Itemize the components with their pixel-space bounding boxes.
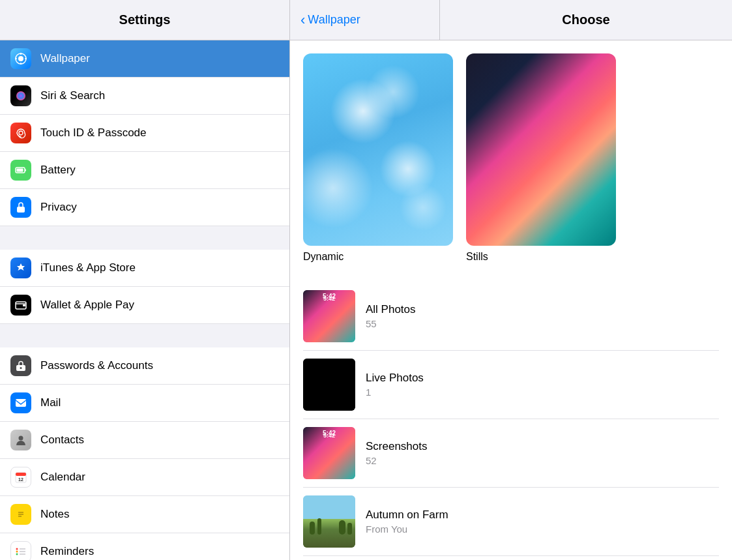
svg-point-7: [19, 131, 23, 135]
header: Settings ‹ Wallpaper Choose: [0, 0, 732, 40]
siri-icon: [10, 85, 31, 106]
sidebar-item-label-appstore: iTunes & App Store: [40, 261, 136, 274]
svg-rect-20: [16, 473, 26, 476]
sidebar-item-label-privacy: Privacy: [40, 201, 77, 214]
wallet-icon: [10, 295, 31, 316]
back-label: Wallpaper: [308, 13, 360, 27]
svg-rect-32: [303, 290, 355, 342]
dynamic-label: Dynamic: [303, 251, 344, 263]
all-photos-thumb: 5:42: [303, 290, 355, 342]
svg-rect-11: [17, 207, 25, 213]
svg-text:5:42: 5:42: [323, 432, 335, 439]
live-photos-name: Live Photos: [366, 372, 424, 385]
sidebar-item-contacts[interactable]: Contacts: [0, 422, 289, 459]
list-item-autumn[interactable]: Autumn on Farm From You: [303, 488, 719, 556]
settings-sidebar: Wallpaper Siri & Search: [0, 40, 290, 560]
svg-rect-37: [303, 495, 355, 548]
sidebar-item-wallpaper[interactable]: Wallpaper: [0, 40, 289, 78]
svg-point-28: [16, 553, 18, 555]
svg-point-26: [16, 548, 18, 550]
wallpaper-previews: Dynamic Stills: [303, 53, 719, 263]
svg-rect-10: [17, 169, 23, 172]
chevron-left-icon: ‹: [300, 12, 305, 29]
choose-title: Choose: [562, 12, 609, 27]
sidebar-item-appstore[interactable]: iTunes & App Store: [0, 250, 289, 287]
sidebar-item-label-contacts: Contacts: [40, 434, 84, 447]
sidebar-item-label-calendar: Calendar: [40, 471, 85, 484]
svg-rect-38: [310, 522, 315, 535]
photo-categories-list: 5:42 All Photos 55 Live Photos 1: [303, 282, 719, 556]
autumn-name: Autumn on Farm: [366, 508, 448, 522]
passwords-icon: [10, 355, 31, 376]
list-item-live-photos[interactable]: Live Photos 1: [303, 351, 719, 419]
appstore-icon: [10, 258, 31, 278]
sidebar-item-siri[interactable]: Siri & Search: [0, 78, 289, 115]
wallpaper-icon: [10, 48, 31, 69]
sidebar-item-calendar[interactable]: 12 Calendar: [0, 459, 289, 496]
battery-icon: [10, 160, 31, 181]
sidebar-item-touchid[interactable]: Touch ID & Passcode: [0, 115, 289, 152]
autumn-thumb: [303, 495, 355, 548]
sidebar-item-notes[interactable]: Notes: [0, 496, 289, 533]
sidebar-item-wallet[interactable]: Wallet & Apple Pay: [0, 287, 289, 324]
dynamic-wallpaper-thumb[interactable]: [303, 53, 453, 246]
notes-icon: [10, 504, 31, 525]
svg-text:12: 12: [18, 477, 23, 482]
stills-wallpaper-thumb[interactable]: [466, 53, 616, 246]
sidebar-item-privacy[interactable]: Privacy: [0, 189, 289, 226]
sidebar-item-label-mail: Mail: [40, 396, 61, 409]
sidebar-item-label-wallpaper: Wallpaper: [40, 52, 90, 65]
list-item-all-photos[interactable]: 5:42 All Photos 55: [303, 282, 719, 351]
all-photos-count: 55: [366, 318, 416, 329]
sidebar-item-label-passwords: Passwords & Accounts: [40, 359, 153, 372]
live-photos-thumb: [303, 359, 355, 411]
svg-rect-9: [25, 169, 26, 171]
screenshots-thumb: 5:42: [303, 427, 355, 479]
stills-label: Stills: [466, 251, 488, 263]
svg-rect-39: [317, 518, 321, 535]
sidebar-item-reminders[interactable]: Reminders: [0, 533, 289, 560]
privacy-icon: [10, 197, 31, 218]
choose-header: Choose: [440, 0, 732, 40]
svg-rect-13: [23, 304, 25, 306]
svg-rect-41: [347, 523, 352, 535]
svg-rect-40: [339, 520, 345, 535]
svg-point-18: [19, 436, 23, 441]
autumn-count: From You: [366, 523, 448, 535]
live-photos-info: Live Photos 1: [366, 372, 424, 398]
mail-icon: [10, 392, 31, 413]
sidebar-item-label-battery: Battery: [40, 164, 76, 177]
autumn-info: Autumn on Farm From You: [366, 508, 448, 535]
sidebar-item-label-wallet: Wallet & Apple Pay: [40, 299, 134, 312]
sidebar-item-label-touchid: Touch ID & Passcode: [40, 126, 147, 140]
settings-header: Settings: [0, 0, 290, 40]
wallpaper-header: ‹ Wallpaper Choose: [290, 0, 732, 40]
svg-rect-17: [16, 399, 26, 407]
touchid-icon: [10, 123, 31, 143]
svg-point-0: [18, 56, 23, 61]
svg-rect-35: [303, 427, 355, 479]
sidebar-item-passwords[interactable]: Passwords & Accounts: [0, 347, 289, 385]
wallpaper-choose-panel: Dynamic Stills: [290, 40, 732, 560]
svg-rect-34: [303, 359, 355, 411]
sidebar-group-1: [0, 226, 289, 250]
svg-point-16: [20, 367, 22, 369]
screenshots-count: 52: [366, 455, 428, 466]
sidebar-item-label-notes: Notes: [40, 508, 69, 521]
screenshots-info: Screenshots 52: [366, 440, 428, 466]
svg-text:5:42: 5:42: [323, 295, 335, 302]
all-photos-info: All Photos 55: [366, 303, 416, 329]
reminders-icon: [10, 541, 31, 560]
back-button[interactable]: ‹ Wallpaper: [290, 0, 440, 40]
svg-point-27: [16, 551, 18, 553]
calendar-icon: 12: [10, 467, 31, 488]
sidebar-item-mail[interactable]: Mail: [0, 385, 289, 422]
contacts-icon: [10, 430, 31, 450]
sidebar-group-2: [0, 324, 289, 347]
main-content: Wallpaper Siri & Search: [0, 40, 732, 560]
settings-title: Settings: [119, 12, 171, 27]
sidebar-item-battery[interactable]: Battery: [0, 152, 289, 189]
sidebar-item-label-siri: Siri & Search: [40, 89, 105, 102]
list-item-screenshots[interactable]: 5:42 Screenshots 52: [303, 419, 719, 488]
svg-point-6: [16, 91, 25, 100]
